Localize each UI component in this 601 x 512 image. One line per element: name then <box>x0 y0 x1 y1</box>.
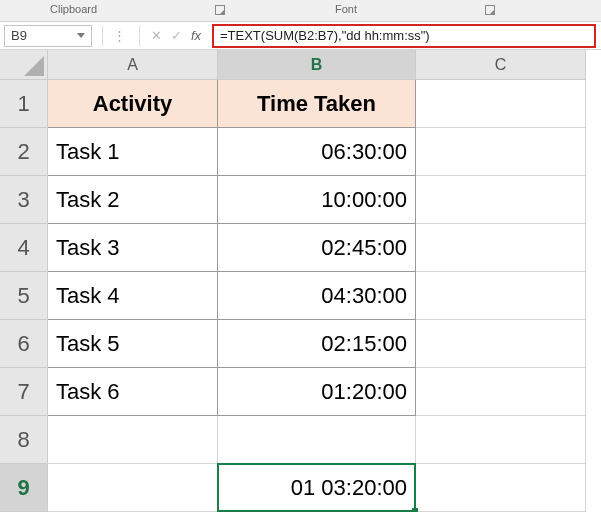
cell-time[interactable]: 06:30:00 <box>218 128 416 176</box>
cell-activity[interactable]: Task 2 <box>48 176 218 224</box>
table-row: Task 4 04:30:00 <box>48 272 601 320</box>
divider <box>102 26 103 46</box>
row-header[interactable]: 5 <box>0 272 48 320</box>
font-dialog-launcher-icon[interactable] <box>485 5 495 15</box>
table-row <box>48 416 601 464</box>
select-all-corner[interactable] <box>0 50 48 80</box>
cell[interactable] <box>416 224 586 272</box>
ribbon-group-font: Font <box>335 3 357 15</box>
cell[interactable] <box>416 464 586 512</box>
cell-time[interactable]: 02:15:00 <box>218 320 416 368</box>
column-header-active[interactable]: B <box>218 50 416 80</box>
ribbon-group-labels: Clipboard Font <box>0 0 601 22</box>
table-row: 01 03:20:00 <box>48 464 601 512</box>
cell[interactable] <box>48 416 218 464</box>
divider <box>139 26 140 46</box>
fx-icon[interactable]: fx <box>186 28 206 43</box>
result-value: 01 03:20:00 <box>291 475 407 501</box>
row-header-active[interactable]: 9 <box>0 464 48 512</box>
name-box[interactable]: B9 <box>4 25 92 47</box>
cell-activity[interactable]: Task 5 <box>48 320 218 368</box>
table-row: Task 6 01:20:00 <box>48 368 601 416</box>
table-row: Task 3 02:45:00 <box>48 224 601 272</box>
table-row: Activity Time Taken <box>48 80 601 128</box>
cell[interactable] <box>416 320 586 368</box>
cell[interactable] <box>218 416 416 464</box>
selected-cell[interactable]: 01 03:20:00 <box>218 464 416 512</box>
ribbon-group-label: Clipboard <box>50 3 97 15</box>
cell-time[interactable]: 04:30:00 <box>218 272 416 320</box>
formula-text: =TEXT(SUM(B2:B7),"dd hh:mm:ss") <box>220 28 430 43</box>
cancel-icon[interactable]: ✕ <box>146 28 166 43</box>
clipboard-dialog-launcher-icon[interactable] <box>215 5 225 15</box>
cell-time[interactable]: 01:20:00 <box>218 368 416 416</box>
row-header[interactable]: 3 <box>0 176 48 224</box>
ribbon-group-label: Font <box>335 3 357 15</box>
cell[interactable] <box>416 368 586 416</box>
cell-time[interactable]: 02:45:00 <box>218 224 416 272</box>
cell-activity[interactable]: Task 1 <box>48 128 218 176</box>
cell[interactable] <box>416 80 586 128</box>
cell[interactable] <box>48 464 218 512</box>
cell-activity[interactable]: Task 4 <box>48 272 218 320</box>
table-row: Task 2 10:00:00 <box>48 176 601 224</box>
formula-bar: B9 ⋮ ✕ ✓ fx =TEXT(SUM(B2:B7),"dd hh:mm:s… <box>0 22 601 50</box>
column-headers: A B C <box>48 50 601 80</box>
cell[interactable] <box>416 416 586 464</box>
formula-input[interactable]: =TEXT(SUM(B2:B7),"dd hh:mm:ss") <box>212 24 596 48</box>
cell[interactable] <box>416 128 586 176</box>
cell-time[interactable]: 10:00:00 <box>218 176 416 224</box>
column-header[interactable]: A <box>48 50 218 80</box>
chevron-down-icon[interactable] <box>77 33 85 38</box>
header-cell-activity[interactable]: Activity <box>48 80 218 128</box>
cell-activity[interactable]: Task 3 <box>48 224 218 272</box>
row-header[interactable]: 2 <box>0 128 48 176</box>
row-header[interactable]: 1 <box>0 80 48 128</box>
row-header[interactable]: 7 <box>0 368 48 416</box>
row-header[interactable]: 8 <box>0 416 48 464</box>
table-row: Task 5 02:15:00 <box>48 320 601 368</box>
enter-icon[interactable]: ✓ <box>166 28 186 43</box>
cell-reference: B9 <box>11 28 27 43</box>
header-cell-time[interactable]: Time Taken <box>218 80 416 128</box>
cell-activity[interactable]: Task 6 <box>48 368 218 416</box>
ribbon-group-clipboard: Clipboard <box>50 3 97 15</box>
dots-icon: ⋮ <box>109 28 129 43</box>
grid: A B C Activity Time Taken Task 1 06:30:0… <box>48 50 601 512</box>
fill-handle[interactable] <box>412 508 418 512</box>
worksheet: 1 2 3 4 5 6 7 8 9 A B C Activity Time Ta… <box>0 50 601 512</box>
row-headers: 1 2 3 4 5 6 7 8 9 <box>0 50 48 512</box>
cell[interactable] <box>416 176 586 224</box>
row-header[interactable]: 6 <box>0 320 48 368</box>
cell[interactable] <box>416 272 586 320</box>
table-row: Task 1 06:30:00 <box>48 128 601 176</box>
column-header[interactable]: C <box>416 50 586 80</box>
row-header[interactable]: 4 <box>0 224 48 272</box>
